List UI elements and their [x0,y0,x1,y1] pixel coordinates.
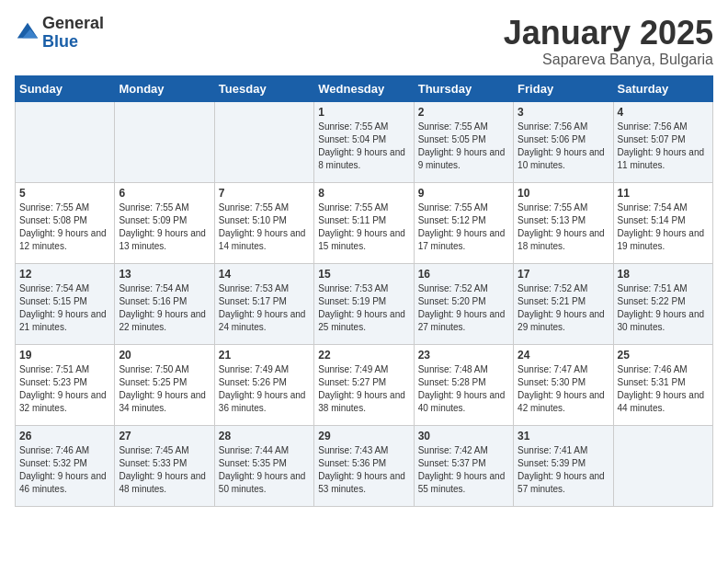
day-number: 26 [19,430,110,442]
day-header-sunday: Sunday [16,75,115,101]
calendar-cell: 14Sunrise: 7:53 AM Sunset: 5:17 PM Dayli… [214,263,313,344]
calendar-cell: 7Sunrise: 7:55 AM Sunset: 5:10 PM Daylig… [214,182,313,263]
cell-info: Sunrise: 7:56 AM Sunset: 5:07 PM Dayligh… [618,121,709,172]
month-title: January 2025 [504,15,713,52]
calendar-cell: 1Sunrise: 7:55 AM Sunset: 5:04 PM Daylig… [314,101,414,182]
calendar-week-row: 12Sunrise: 7:54 AM Sunset: 5:15 PM Dayli… [16,263,713,344]
calendar-cell: 3Sunrise: 7:56 AM Sunset: 5:06 PM Daylig… [514,101,613,182]
logo-blue: Blue [42,33,104,52]
calendar-cell: 30Sunrise: 7:42 AM Sunset: 5:37 PM Dayli… [414,425,513,506]
cell-info: Sunrise: 7:51 AM Sunset: 5:23 PM Dayligh… [19,363,110,415]
calendar-cell [613,425,712,506]
day-number: 1 [318,106,409,119]
cell-info: Sunrise: 7:53 AM Sunset: 5:17 PM Dayligh… [219,282,310,334]
day-number: 18 [618,268,709,281]
cell-info: Sunrise: 7:54 AM Sunset: 5:14 PM Dayligh… [618,201,709,253]
cell-info: Sunrise: 7:53 AM Sunset: 5:19 PM Dayligh… [318,282,409,334]
day-number: 6 [119,187,210,200]
calendar-cell: 10Sunrise: 7:55 AM Sunset: 5:13 PM Dayli… [514,182,613,263]
day-header-tuesday: Tuesday [214,75,313,101]
calendar-week-row: 19Sunrise: 7:51 AM Sunset: 5:23 PM Dayli… [16,344,713,425]
cell-info: Sunrise: 7:54 AM Sunset: 5:16 PM Dayligh… [119,282,210,334]
calendar-body: 1Sunrise: 7:55 AM Sunset: 5:04 PM Daylig… [16,101,713,506]
calendar-week-row: 1Sunrise: 7:55 AM Sunset: 5:04 PM Daylig… [16,101,713,182]
calendar-cell: 27Sunrise: 7:45 AM Sunset: 5:33 PM Dayli… [115,425,214,506]
logo: General Blue [15,15,104,52]
calendar-cell: 12Sunrise: 7:54 AM Sunset: 5:15 PM Dayli… [16,263,115,344]
calendar-cell: 5Sunrise: 7:55 AM Sunset: 5:08 PM Daylig… [16,182,115,263]
day-header-wednesday: Wednesday [314,75,414,101]
calendar-cell: 25Sunrise: 7:46 AM Sunset: 5:31 PM Dayli… [613,344,712,425]
cell-info: Sunrise: 7:45 AM Sunset: 5:33 PM Dayligh… [119,444,210,496]
cell-info: Sunrise: 7:55 AM Sunset: 5:09 PM Dayligh… [119,201,210,253]
day-number: 23 [418,349,509,362]
cell-info: Sunrise: 7:55 AM Sunset: 5:10 PM Dayligh… [219,201,310,253]
calendar-cell: 15Sunrise: 7:53 AM Sunset: 5:19 PM Dayli… [314,263,414,344]
day-number: 17 [518,268,609,281]
cell-info: Sunrise: 7:41 AM Sunset: 5:39 PM Dayligh… [518,444,609,496]
day-number: 21 [219,349,310,362]
day-number: 30 [418,430,509,442]
day-header-friday: Friday [514,75,613,101]
calendar-header-row: SundayMondayTuesdayWednesdayThursdayFrid… [16,75,713,101]
calendar-cell [16,101,115,182]
day-number: 13 [119,268,210,281]
day-number: 29 [318,430,409,442]
cell-info: Sunrise: 7:46 AM Sunset: 5:31 PM Dayligh… [618,363,709,415]
cell-info: Sunrise: 7:47 AM Sunset: 5:30 PM Dayligh… [518,363,609,415]
cell-info: Sunrise: 7:55 AM Sunset: 5:04 PM Dayligh… [318,121,409,172]
calendar-cell: 2Sunrise: 7:55 AM Sunset: 5:05 PM Daylig… [414,101,513,182]
calendar-cell: 6Sunrise: 7:55 AM Sunset: 5:09 PM Daylig… [115,182,214,263]
day-number: 28 [219,430,310,442]
day-header-saturday: Saturday [613,75,712,101]
cell-info: Sunrise: 7:48 AM Sunset: 5:28 PM Dayligh… [418,363,509,415]
cell-info: Sunrise: 7:52 AM Sunset: 5:21 PM Dayligh… [518,282,609,334]
day-number: 11 [618,187,709,200]
day-number: 2 [418,106,509,119]
cell-info: Sunrise: 7:51 AM Sunset: 5:22 PM Dayligh… [618,282,709,334]
day-number: 14 [219,268,310,281]
calendar-cell: 28Sunrise: 7:44 AM Sunset: 5:35 PM Dayli… [214,425,313,506]
calendar-table: SundayMondayTuesdayWednesdayThursdayFrid… [15,75,713,507]
cell-info: Sunrise: 7:49 AM Sunset: 5:27 PM Dayligh… [318,363,409,415]
day-number: 8 [318,187,409,200]
cell-info: Sunrise: 7:56 AM Sunset: 5:06 PM Dayligh… [518,121,609,172]
cell-info: Sunrise: 7:42 AM Sunset: 5:37 PM Dayligh… [418,444,509,496]
day-number: 7 [219,187,310,200]
calendar-cell: 21Sunrise: 7:49 AM Sunset: 5:26 PM Dayli… [214,344,313,425]
calendar-cell: 8Sunrise: 7:55 AM Sunset: 5:11 PM Daylig… [314,182,414,263]
calendar-cell: 26Sunrise: 7:46 AM Sunset: 5:32 PM Dayli… [16,425,115,506]
calendar-cell: 22Sunrise: 7:49 AM Sunset: 5:27 PM Dayli… [314,344,414,425]
calendar-cell: 23Sunrise: 7:48 AM Sunset: 5:28 PM Dayli… [414,344,513,425]
calendar-cell: 20Sunrise: 7:50 AM Sunset: 5:25 PM Dayli… [115,344,214,425]
day-number: 22 [318,349,409,362]
logo-text: General Blue [42,15,104,52]
logo-general: General [42,15,104,33]
calendar-cell: 4Sunrise: 7:56 AM Sunset: 5:07 PM Daylig… [613,101,712,182]
day-number: 16 [418,268,509,281]
calendar-cell [214,101,313,182]
cell-info: Sunrise: 7:55 AM Sunset: 5:05 PM Dayligh… [418,121,509,172]
cell-info: Sunrise: 7:46 AM Sunset: 5:32 PM Dayligh… [19,444,110,496]
cell-info: Sunrise: 7:43 AM Sunset: 5:36 PM Dayligh… [318,444,409,496]
day-number: 12 [19,268,110,281]
cell-info: Sunrise: 7:49 AM Sunset: 5:26 PM Dayligh… [219,363,310,415]
day-number: 19 [19,349,110,362]
calendar-cell: 31Sunrise: 7:41 AM Sunset: 5:39 PM Dayli… [514,425,613,506]
day-number: 25 [618,349,709,362]
calendar-cell: 13Sunrise: 7:54 AM Sunset: 5:16 PM Dayli… [115,263,214,344]
calendar-cell: 17Sunrise: 7:52 AM Sunset: 5:21 PM Dayli… [514,263,613,344]
day-number: 4 [618,106,709,119]
day-number: 24 [518,349,609,362]
day-number: 3 [518,106,609,119]
page-header: General Blue January 2025 Sapareva Banya… [15,15,713,68]
day-number: 27 [119,430,210,442]
cell-info: Sunrise: 7:55 AM Sunset: 5:11 PM Dayligh… [318,201,409,253]
logo-icon [15,20,40,46]
day-number: 31 [518,430,609,442]
calendar-cell: 16Sunrise: 7:52 AM Sunset: 5:20 PM Dayli… [414,263,513,344]
calendar-cell: 11Sunrise: 7:54 AM Sunset: 5:14 PM Dayli… [613,182,712,263]
day-header-monday: Monday [115,75,214,101]
calendar-week-row: 26Sunrise: 7:46 AM Sunset: 5:32 PM Dayli… [16,425,713,506]
calendar-cell [115,101,214,182]
